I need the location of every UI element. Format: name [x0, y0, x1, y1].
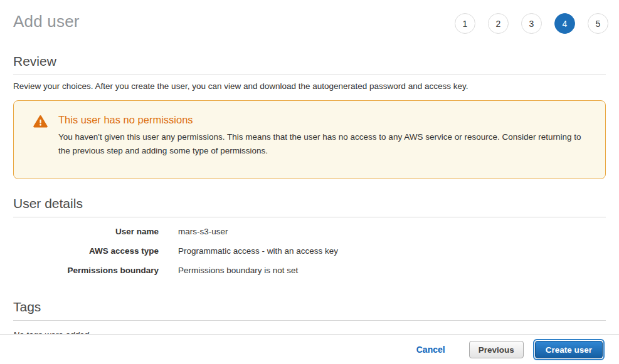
detail-value: mars-s3-user	[178, 226, 228, 236]
review-description: Review your choices. After you create th…	[13, 81, 606, 91]
detail-row-access-type: AWS access type Programmatic access - wi…	[13, 246, 606, 265]
detail-row-permissions-boundary: Permissions boundary Permissions boundar…	[13, 265, 606, 284]
page-title: Add user	[13, 12, 80, 31]
review-heading: Review	[13, 54, 606, 69]
detail-value: Permissions boundary is not set	[178, 265, 298, 275]
detail-row-user-name: User name mars-s3-user	[13, 226, 606, 246]
review-divider	[13, 75, 606, 75]
content: Review Review your choices. After you cr…	[0, 54, 619, 340]
footer-action-bar: Cancel Previous Create user	[0, 334, 619, 364]
user-details-rows: User name mars-s3-user AWS access type P…	[13, 226, 606, 284]
header: Add user 1 2 3 4 5	[0, 0, 619, 39]
tags-divider	[13, 320, 606, 321]
warning-triangle-icon	[33, 115, 48, 130]
step-1[interactable]: 1	[455, 13, 475, 34]
no-permissions-warning-banner: This user has no permissions You haven't…	[13, 100, 606, 179]
add-user-wizard: Add user 1 2 3 4 5 Review Review your ch…	[0, 0, 619, 364]
tags-heading: Tags	[13, 299, 606, 315]
detail-label: User name	[13, 226, 159, 236]
review-section: Review Review your choices. After you cr…	[13, 54, 606, 91]
step-4-active[interactable]: 4	[554, 13, 575, 34]
create-user-focus-ring: Create user	[533, 339, 605, 360]
warning-title: This user has no permissions	[58, 114, 593, 126]
detail-label: AWS access type	[13, 246, 159, 256]
user-details-section: User details User name mars-s3-user AWS …	[13, 196, 606, 284]
user-details-heading: User details	[13, 196, 606, 211]
cancel-button[interactable]: Cancel	[416, 345, 445, 355]
detail-value: Programmatic access - with an access key	[178, 246, 338, 256]
wizard-step-indicator: 1 2 3 4 5	[455, 12, 608, 34]
step-2[interactable]: 2	[488, 13, 509, 34]
step-5[interactable]: 5	[588, 13, 608, 34]
detail-label: Permissions boundary	[13, 265, 159, 275]
warning-text: This user has no permissions You haven't…	[58, 114, 593, 158]
step-3[interactable]: 3	[521, 13, 542, 34]
warning-body: You haven't given this user any permissi…	[58, 130, 593, 158]
create-user-button[interactable]: Create user	[535, 341, 603, 358]
previous-button[interactable]: Previous	[469, 341, 524, 358]
user-details-divider	[13, 217, 606, 217]
